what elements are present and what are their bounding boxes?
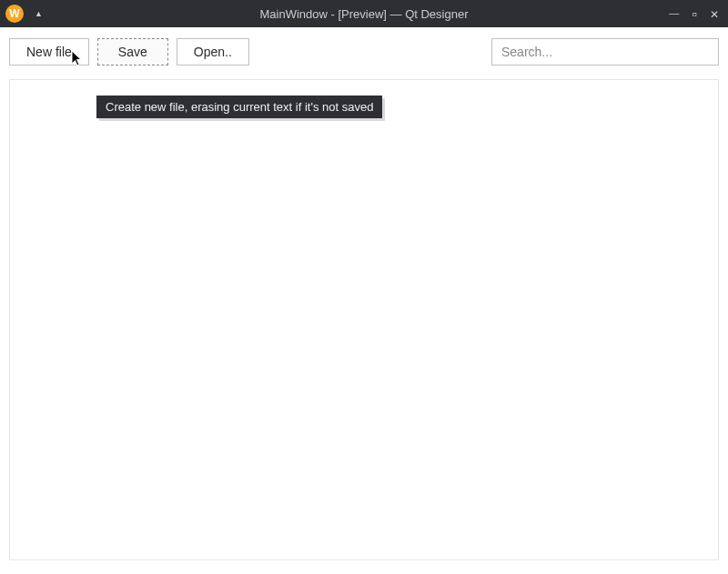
tooltip: Create new file, erasing current text if… (96, 96, 382, 118)
app-body: New file Save Open.. Create new file, er… (0, 27, 728, 574)
window-title: MainWindow - [Preview] — Qt Designer (259, 7, 468, 21)
open-button[interactable]: Open.. (177, 38, 249, 65)
maximize-icon[interactable] (692, 5, 697, 22)
close-icon[interactable] (710, 7, 719, 21)
minimize-icon[interactable] (669, 7, 679, 21)
toolbar: New file Save Open.. (0, 27, 728, 75)
app-menu-dropdown-icon[interactable]: ▲ (35, 9, 43, 18)
search-input[interactable] (491, 38, 719, 65)
app-icon-letter: W (9, 7, 19, 20)
window-controls (669, 5, 723, 22)
content-area[interactable]: Create new file, erasing current text if… (9, 79, 719, 560)
save-button[interactable]: Save (97, 38, 168, 65)
titlebar: W ▲ MainWindow - [Preview] — Qt Designer (0, 0, 728, 27)
new-file-button[interactable]: New file (9, 38, 89, 65)
app-icon: W (5, 5, 24, 23)
